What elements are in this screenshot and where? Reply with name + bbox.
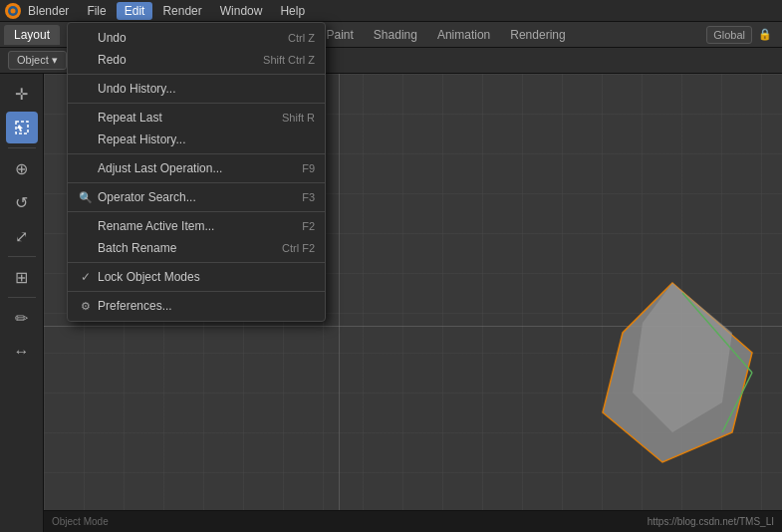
menu-preferences[interactable]: ⚙ Preferences... bbox=[68, 295, 325, 317]
search-icon: 🔍 bbox=[78, 191, 94, 204]
menu-batch-rename[interactable]: Batch Rename Ctrl F2 bbox=[68, 237, 325, 259]
tool-measure[interactable]: ↔ bbox=[6, 336, 38, 368]
sep-4 bbox=[68, 182, 325, 183]
workspace-right-controls: Global 🔒 bbox=[706, 26, 778, 44]
top-menu-bar: Blender File Edit Render Window Help bbox=[0, 0, 782, 22]
menu-edit[interactable]: Edit bbox=[117, 2, 153, 20]
sep-6 bbox=[68, 262, 325, 263]
app-name: Blender bbox=[28, 4, 69, 18]
undo-label: Undo bbox=[98, 31, 280, 45]
undo-history-label: Undo History... bbox=[98, 82, 307, 96]
gear-icon: ⚙ bbox=[78, 300, 94, 313]
grid-center-v bbox=[339, 74, 340, 532]
menu-rename-active[interactable]: Rename Active Item... F2 bbox=[68, 215, 325, 237]
adjust-last-label: Adjust Last Operation... bbox=[98, 161, 294, 175]
adjust-last-shortcut: F9 bbox=[302, 162, 315, 174]
batch-rename-label: Batch Rename bbox=[98, 241, 274, 255]
tab-rendering[interactable]: Rendering bbox=[500, 25, 575, 45]
lock-object-check: ✓ bbox=[78, 270, 94, 284]
tab-animation[interactable]: Animation bbox=[427, 25, 500, 45]
global-label[interactable]: Global bbox=[706, 26, 752, 44]
repeat-last-label: Repeat Last bbox=[98, 111, 274, 125]
rename-active-label: Rename Active Item... bbox=[98, 219, 294, 233]
sep-7 bbox=[68, 291, 325, 292]
menu-repeat-history[interactable]: Repeat History... bbox=[68, 129, 325, 150]
sep-3 bbox=[68, 153, 325, 154]
tab-shading[interactable]: Shading bbox=[364, 25, 427, 45]
sep-2 bbox=[68, 103, 325, 104]
operator-search-shortcut: F3 bbox=[302, 191, 315, 203]
tool-transform[interactable]: ⊞ bbox=[6, 261, 38, 293]
operator-search-label: Operator Search... bbox=[98, 190, 294, 204]
tab-layout[interactable]: Layout bbox=[4, 25, 60, 45]
menu-window[interactable]: Window bbox=[212, 2, 271, 20]
menu-undo-history[interactable]: Undo History... bbox=[68, 78, 325, 100]
tool-select[interactable] bbox=[6, 112, 38, 143]
select-icon bbox=[13, 119, 31, 136]
repeat-history-label: Repeat History... bbox=[98, 133, 307, 146]
mode-button[interactable]: Object ▾ bbox=[8, 51, 67, 70]
lock-icon[interactable]: 🔒 bbox=[758, 28, 772, 41]
sep-1 bbox=[68, 74, 325, 75]
status-bar: Object Mode https://blog.csdn.net/TMS_LI bbox=[44, 510, 782, 532]
mode-selector[interactable]: Object ▾ bbox=[8, 51, 67, 70]
menu-undo[interactable]: Undo Ctrl Z bbox=[68, 27, 325, 49]
tool-sep-2 bbox=[8, 256, 36, 257]
repeat-last-shortcut: Shift R bbox=[282, 112, 315, 124]
menu-repeat-last[interactable]: Repeat Last Shift R bbox=[68, 107, 325, 129]
tool-annotate[interactable]: ✏ bbox=[6, 302, 38, 334]
3d-object bbox=[583, 273, 762, 472]
menu-help[interactable]: Help bbox=[272, 2, 313, 20]
undo-shortcut: Ctrl Z bbox=[288, 32, 315, 44]
tool-rotate[interactable]: ↺ bbox=[6, 186, 38, 218]
preferences-label: Preferences... bbox=[98, 299, 307, 313]
status-url: https://blog.csdn.net/TMS_LI bbox=[648, 516, 774, 527]
menu-redo[interactable]: Redo Shift Ctrl Z bbox=[68, 49, 325, 71]
blender-logo bbox=[4, 2, 22, 20]
batch-rename-shortcut: Ctrl F2 bbox=[282, 242, 315, 254]
status-info: Object Mode bbox=[52, 516, 109, 527]
sep-5 bbox=[68, 211, 325, 212]
tool-move[interactable]: ⊕ bbox=[6, 152, 38, 184]
tool-cursor[interactable]: ✛ bbox=[6, 78, 38, 110]
tool-sep-3 bbox=[8, 297, 36, 298]
redo-label: Redo bbox=[98, 53, 255, 67]
lock-object-label: Lock Object Modes bbox=[98, 270, 307, 284]
menu-file[interactable]: File bbox=[79, 2, 114, 20]
menu-operator-search[interactable]: 🔍 Operator Search... F3 bbox=[68, 186, 325, 208]
rename-active-shortcut: F2 bbox=[302, 220, 315, 232]
tool-scale[interactable]: ⤢ bbox=[6, 220, 38, 252]
menu-lock-object-modes[interactable]: ✓ Lock Object Modes bbox=[68, 266, 325, 288]
left-toolbar: ✛ ⊕ ↺ ⤢ ⊞ ✏ ↔ bbox=[0, 74, 44, 532]
edit-dropdown-menu: Undo Ctrl Z Redo Shift Ctrl Z Undo Histo… bbox=[67, 22, 326, 322]
svg-point-2 bbox=[11, 8, 16, 13]
menu-render[interactable]: Render bbox=[154, 2, 209, 20]
menu-adjust-last[interactable]: Adjust Last Operation... F9 bbox=[68, 157, 325, 179]
redo-shortcut: Shift Ctrl Z bbox=[263, 54, 315, 66]
tool-sep-1 bbox=[8, 147, 36, 148]
